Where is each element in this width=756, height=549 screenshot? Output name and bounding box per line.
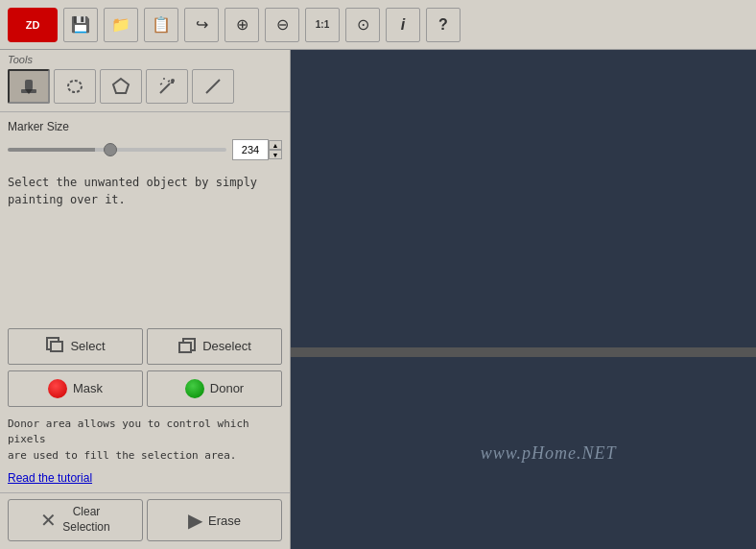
logo-text: ZD — [26, 19, 40, 31]
donor-info: Donor area allows you to control which p… — [0, 413, 290, 468]
svg-line-5 — [160, 84, 170, 93]
tutorial-link[interactable]: Read the tutorial — [8, 471, 92, 485]
marker-size-label: Marker Size — [8, 120, 282, 133]
main-area: Tools Marker Size — [0, 50, 756, 549]
erase-label: Erase — [208, 513, 241, 528]
select-deselect-row: Select Deselect — [0, 322, 290, 370]
erase-button[interactable]: ▶ Erase — [147, 499, 282, 541]
description: Select the unwanted object by simplypain… — [0, 168, 290, 216]
zoom-out-btn[interactable]: ⊖ — [265, 8, 299, 42]
svg-rect-13 — [51, 342, 62, 351]
redo-btn[interactable]: ↪ — [184, 8, 219, 42]
deselect-label: Deselect — [202, 339, 251, 353]
polygon-tool[interactable] — [100, 69, 142, 104]
tutorial-link-container: Read the tutorial — [0, 467, 290, 492]
svg-rect-1 — [25, 80, 33, 90]
deselect-button[interactable]: Deselect — [147, 328, 282, 365]
magic-tool[interactable] — [146, 69, 188, 104]
tools-section: Tools — [0, 50, 290, 112]
select-icon — [45, 334, 64, 358]
deselect-icon — [177, 335, 197, 357]
svg-line-11 — [206, 80, 220, 93]
clear-selection-button[interactable]: ✕ Clear Selection — [8, 499, 143, 541]
donor-info-text: Donor area allows you to control which p… — [8, 418, 249, 462]
svg-point-7 — [171, 79, 175, 83]
canvas-top — [291, 50, 756, 349]
mask-button[interactable]: Mask — [8, 370, 143, 407]
marker-section: Marker Size ▲ ▼ — [0, 112, 290, 168]
help-btn[interactable]: ? — [426, 8, 461, 42]
play-icon: ▶ — [188, 509, 202, 532]
tutorial-link-text: Read the tutorial — [8, 471, 92, 485]
open-btn[interactable]: 📁 — [104, 8, 138, 42]
clear-icon: ✕ — [40, 509, 57, 532]
mask-label: Mask — [73, 381, 103, 395]
watermark: www.pHome.NET — [481, 443, 617, 464]
zoom-in-btn[interactable]: ⊕ — [224, 8, 259, 42]
tools-row — [8, 69, 282, 104]
svg-point-3 — [68, 81, 82, 92]
canvas-separator — [291, 349, 756, 357]
donor-icon — [185, 379, 204, 398]
tools-label: Tools — [8, 54, 282, 65]
fit-screen-btn[interactable]: ⊙ — [345, 8, 380, 42]
mask-icon — [48, 379, 67, 398]
canvas-bottom: www.pHome.NET — [291, 357, 756, 549]
select-button[interactable]: Select — [8, 328, 143, 365]
action-row: ✕ Clear Selection ▶ Erase — [0, 492, 290, 549]
copy-btn[interactable]: 📋 — [144, 8, 178, 42]
fit-btn[interactable]: 1:1 — [305, 8, 340, 42]
marker-slider[interactable] — [8, 148, 226, 152]
marker-input[interactable] — [232, 139, 269, 160]
info-btn[interactable]: i — [386, 8, 420, 42]
marker-spin-up[interactable]: ▲ — [269, 140, 282, 150]
toolbar: ZD 💾 📁 📋 ↪ ⊕ ⊖ 1:1 ⊙ i ? — [0, 0, 756, 50]
donor-button[interactable]: Donor — [147, 370, 282, 407]
svg-line-9 — [168, 81, 170, 82]
marker-row: ▲ ▼ — [8, 139, 282, 160]
svg-marker-4 — [113, 79, 129, 93]
mask-donor-row: Mask Donor — [0, 370, 290, 413]
svg-rect-15 — [179, 343, 191, 352]
svg-line-10 — [160, 84, 162, 84]
left-panel: Tools Marker Size — [0, 50, 291, 549]
line-tool[interactable] — [192, 69, 234, 104]
description-text: Select the unwanted object by simplypain… — [8, 176, 257, 206]
marker-tool[interactable] — [8, 69, 50, 104]
save-btn[interactable]: 💾 — [63, 8, 98, 42]
logo: ZD — [8, 8, 58, 42]
lasso-tool[interactable] — [54, 69, 96, 104]
marker-value-row: ▲ ▼ — [232, 139, 282, 160]
select-label: Select — [70, 339, 105, 353]
clear-selection-text: Clear Selection — [62, 505, 109, 535]
marker-spin-down[interactable]: ▼ — [269, 150, 282, 159]
donor-label: Donor — [210, 381, 244, 395]
canvas-area: www.pHome.NET — [291, 50, 756, 549]
